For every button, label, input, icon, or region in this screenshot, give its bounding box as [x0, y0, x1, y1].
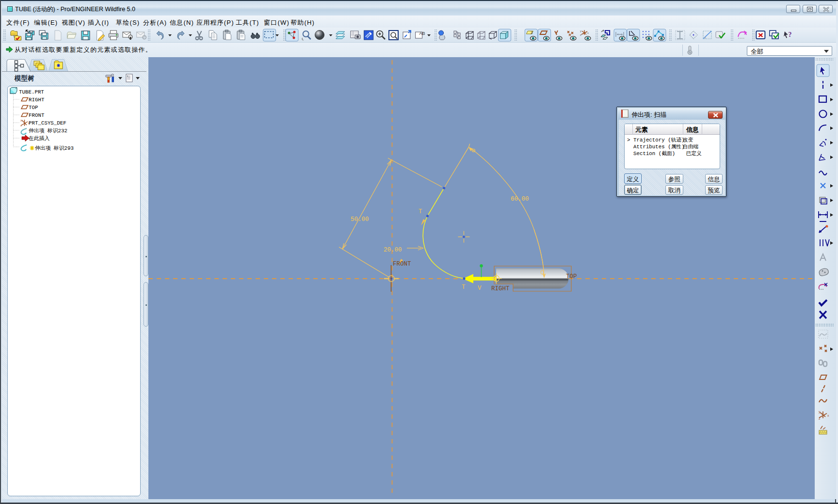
svg-text:PRT_CSYS_DEF: PRT_CSYS_DEF	[29, 120, 66, 126]
svg-text:伸出项 标识232: 伸出项 标识232	[28, 128, 67, 134]
svg-text:z: z	[20, 124, 22, 127]
svg-text:x: x	[827, 414, 829, 417]
svg-text:y: y	[20, 119, 22, 122]
svg-text:AB: AB	[419, 31, 425, 36]
svg-text:x: x	[587, 32, 589, 34]
svg-text:60.00: 60.00	[511, 196, 529, 203]
svg-text:在此插入: 在此插入	[28, 136, 49, 142]
svg-text:50.00: 50.00	[351, 216, 369, 223]
svg-text:Z: Z	[531, 31, 533, 35]
svg-text:TOP: TOP	[29, 105, 38, 110]
svg-text:FRONT: FRONT	[29, 112, 45, 118]
svg-text:T: T	[462, 284, 466, 291]
svg-text:y: y	[580, 30, 581, 32]
svg-text:?: ?	[789, 31, 792, 38]
svg-text:z: z	[580, 33, 581, 36]
svg-text:20.00: 20.00	[384, 247, 402, 253]
svg-text:z: z	[819, 417, 821, 420]
svg-text:TOP: TOP	[566, 273, 577, 280]
svg-text:FRONT: FRONT	[393, 261, 411, 268]
svg-text:RIGHT: RIGHT	[29, 97, 45, 103]
svg-text:伸出项 标识293: 伸出项 标识293	[34, 145, 74, 151]
svg-text:TUBE.PRT: TUBE.PRT	[19, 89, 44, 95]
svg-text:RIGHT: RIGHT	[491, 285, 510, 292]
svg-text:V: V	[478, 285, 482, 292]
svg-text:T: T	[419, 208, 422, 215]
svg-text:y: y	[819, 410, 821, 414]
